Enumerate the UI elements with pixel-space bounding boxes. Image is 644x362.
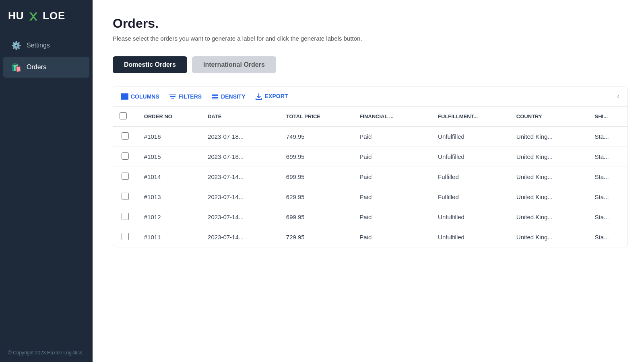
- sidebar-item-orders[interactable]: 🛍️ Orders: [3, 57, 89, 78]
- tab-domestic-orders[interactable]: Domestic Orders: [113, 56, 187, 73]
- row-checkbox-cell: [113, 167, 138, 187]
- table-row: #1014 2023-07-14... 699.95 Paid Fulfille…: [113, 167, 627, 187]
- table-row: #1011 2023-07-14... 729.95 Paid Unfulfil…: [113, 227, 627, 247]
- tab-group: Domestic Orders International Orders: [113, 56, 628, 73]
- cell-sh: Sta...: [588, 227, 627, 247]
- cell-country: United King...: [510, 127, 588, 147]
- col-header-fulfillment: FULFILLMENT...: [431, 107, 510, 127]
- row-select-checkbox-0[interactable]: [122, 132, 129, 140]
- row-select-checkbox-4[interactable]: [122, 213, 129, 220]
- cell-date: 2023-07-14...: [201, 167, 280, 187]
- table-body: #1016 2023-07-18... 749.95 Paid Unfulfil…: [113, 127, 627, 247]
- columns-label: COLUMNS: [131, 93, 159, 100]
- cell-country: United King...: [510, 207, 588, 227]
- cell-date: 2023-07-14...: [201, 227, 280, 247]
- cell-fulfillment: Unfulfilled: [431, 207, 510, 227]
- cell-order-no: #1014: [138, 167, 201, 187]
- cell-date: 2023-07-18...: [201, 127, 280, 147]
- svg-rect-1: [121, 93, 123, 100]
- sidebar-nav: ⚙️ Settings 🛍️ Orders: [0, 34, 93, 78]
- table-row: #1013 2023-07-14... 629.95 Paid Fulfille…: [113, 187, 627, 207]
- cell-financial: Paid: [353, 147, 431, 167]
- cell-fulfillment: Fulfilled: [431, 187, 510, 207]
- cell-financial: Paid: [353, 167, 431, 187]
- filters-label: FILTERS: [179, 93, 202, 100]
- cell-financial: Paid: [353, 127, 431, 147]
- export-button[interactable]: EXPORT: [255, 93, 288, 100]
- row-select-checkbox-3[interactable]: [122, 193, 129, 200]
- export-label: EXPORT: [265, 93, 288, 99]
- cell-date: 2023-07-18...: [201, 147, 280, 167]
- row-checkbox-cell: [113, 187, 138, 207]
- row-select-checkbox-1[interactable]: [122, 152, 129, 160]
- cell-financial: Paid: [353, 227, 431, 247]
- toolbar-chevron-icon[interactable]: ‹: [617, 92, 619, 101]
- sidebar-item-settings-label: Settings: [27, 42, 50, 49]
- orders-table-container: COLUMNS FILTERS: [113, 86, 628, 247]
- orders-table: ORDER NO DATE TOTAL PRICE FINANCIAL ... …: [113, 107, 627, 247]
- columns-button[interactable]: COLUMNS: [121, 93, 159, 100]
- svg-rect-3: [125, 93, 127, 100]
- sidebar-footer: © Copyright 2023 Huxloe Logistics.: [0, 343, 93, 362]
- cell-fulfillment: Fulfilled: [431, 167, 510, 187]
- svg-rect-4: [127, 93, 128, 100]
- sidebar-item-settings[interactable]: ⚙️ Settings: [3, 35, 89, 56]
- cell-financial: Paid: [353, 207, 431, 227]
- table-row: #1016 2023-07-18... 749.95 Paid Unfulfil…: [113, 127, 627, 147]
- col-header-sh: SHI...: [588, 107, 627, 127]
- gear-icon: ⚙️: [11, 41, 21, 50]
- tab-international-orders[interactable]: International Orders: [192, 56, 276, 73]
- filters-icon: [169, 93, 176, 100]
- export-icon: [255, 93, 262, 100]
- cell-date: 2023-07-14...: [201, 187, 280, 207]
- density-button[interactable]: DENSITY: [211, 93, 246, 100]
- table-row: #1015 2023-07-18... 699.95 Paid Unfulfil…: [113, 147, 627, 167]
- row-checkbox-cell: [113, 207, 138, 227]
- cell-date: 2023-07-14...: [201, 207, 280, 227]
- cell-sh: Sta...: [588, 207, 627, 227]
- cell-total-price: 629.95: [280, 187, 353, 207]
- cell-sh: Sta...: [588, 147, 627, 167]
- cell-country: United King...: [510, 187, 588, 207]
- col-header-country: COUNTRY: [510, 107, 588, 127]
- col-header-total-price: TOTAL PRICE: [280, 107, 353, 127]
- cell-sh: Sta...: [588, 187, 627, 207]
- cell-sh: Sta...: [588, 127, 627, 147]
- col-header-date: DATE: [201, 107, 280, 127]
- row-checkbox-cell: [113, 227, 138, 247]
- main-content: Orders. Please select the orders you wan…: [93, 0, 644, 362]
- select-all-checkbox[interactable]: [120, 112, 127, 119]
- density-label: DENSITY: [221, 93, 246, 100]
- logo-x-icon: [28, 11, 39, 22]
- cell-total-price: 699.95: [280, 147, 353, 167]
- cell-country: United King...: [510, 227, 588, 247]
- cell-fulfillment: Unfulfilled: [431, 127, 510, 147]
- svg-marker-0: [29, 12, 37, 21]
- cell-financial: Paid: [353, 187, 431, 207]
- table-toolbar: COLUMNS FILTERS: [113, 86, 627, 107]
- logo: HU LOE: [8, 10, 65, 22]
- logo-area: HU LOE: [0, 0, 93, 34]
- sidebar: HU LOE ⚙️ Settings 🛍️ Orders © Copyright…: [0, 0, 93, 362]
- cell-order-no: #1011: [138, 227, 201, 247]
- cell-order-no: #1012: [138, 207, 201, 227]
- cell-country: United King...: [510, 167, 588, 187]
- cell-order-no: #1013: [138, 187, 201, 207]
- cell-total-price: 699.95: [280, 207, 353, 227]
- row-checkbox-cell: [113, 147, 138, 167]
- filters-button[interactable]: FILTERS: [169, 93, 202, 100]
- density-icon: [211, 93, 219, 100]
- svg-rect-2: [123, 93, 125, 100]
- page-subtitle: Please select the orders you want to gen…: [113, 35, 628, 42]
- col-header-financial: FINANCIAL ...: [353, 107, 431, 127]
- sidebar-item-orders-label: Orders: [27, 64, 46, 71]
- header-checkbox-cell: [113, 107, 138, 127]
- cell-total-price: 729.95: [280, 227, 353, 247]
- row-checkbox-cell: [113, 127, 138, 147]
- table-row: #1012 2023-07-14... 699.95 Paid Unfulfil…: [113, 207, 627, 227]
- row-select-checkbox-2[interactable]: [122, 173, 129, 180]
- cell-sh: Sta...: [588, 167, 627, 187]
- row-select-checkbox-5[interactable]: [122, 233, 129, 240]
- cell-country: United King...: [510, 147, 588, 167]
- col-header-order-no: ORDER NO: [138, 107, 201, 127]
